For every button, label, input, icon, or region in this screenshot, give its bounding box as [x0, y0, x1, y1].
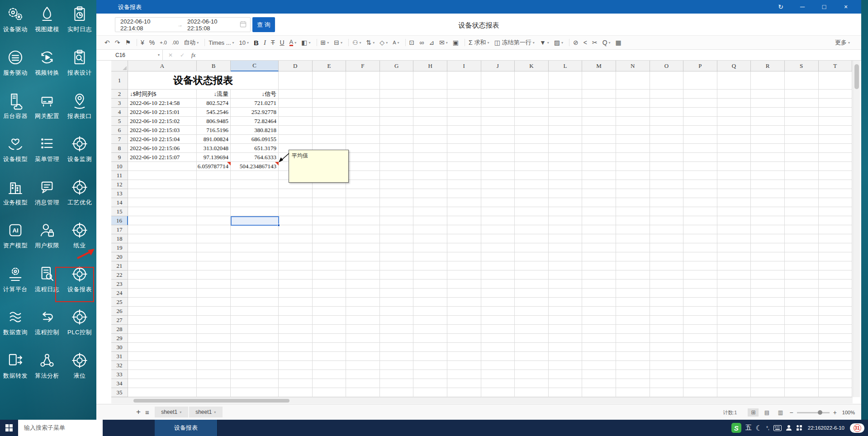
sidebar-item-26[interactable]: 算法分析 [30, 351, 64, 380]
cell-B4[interactable]: 545.2546 [197, 108, 231, 117]
cell-P30[interactable] [683, 343, 717, 352]
cell-M33[interactable] [582, 370, 616, 379]
cell-H19[interactable] [413, 243, 447, 252]
cell-F13[interactable] [346, 189, 380, 198]
sidebar-item-6[interactable]: 报表设计 [63, 48, 96, 77]
cell-L22[interactable] [549, 270, 583, 280]
cell-A13[interactable] [128, 189, 197, 198]
cell-O12[interactable] [650, 180, 684, 189]
cell-B28[interactable] [197, 325, 231, 334]
cell-S2[interactable] [785, 90, 819, 99]
clock[interactable]: 22:16 2022-6-10 [808, 425, 844, 431]
cell-I3[interactable] [447, 99, 481, 108]
cell-M30[interactable] [582, 343, 616, 352]
cell-A33[interactable] [128, 370, 197, 379]
cell-E29[interactable] [313, 334, 346, 343]
cell-Q30[interactable] [717, 343, 751, 352]
cell-S15[interactable] [785, 207, 819, 216]
cell-P33[interactable] [683, 370, 717, 379]
cell-R8[interactable] [751, 144, 785, 153]
cell-D31[interactable] [279, 352, 313, 361]
cell-Q27[interactable] [717, 316, 751, 325]
cell-O33[interactable] [650, 370, 684, 379]
cell-Q4[interactable] [717, 108, 751, 117]
cell-B7[interactable]: 891.00824 [197, 135, 231, 144]
cell-T13[interactable] [819, 189, 853, 198]
cell-A18[interactable] [128, 234, 197, 243]
cell-L23[interactable] [549, 280, 583, 289]
cell-M29[interactable] [582, 334, 616, 343]
cell-N9[interactable] [616, 153, 650, 162]
cell-H29[interactable] [413, 334, 447, 343]
cell-H33[interactable] [413, 370, 447, 379]
cell-K8[interactable] [515, 144, 549, 153]
cell-M26[interactable] [582, 307, 616, 316]
view-page-icon[interactable]: ▤ [761, 408, 772, 417]
cell-F11[interactable] [346, 171, 380, 180]
cell-O2[interactable] [650, 90, 684, 99]
cell-D16[interactable] [279, 216, 313, 225]
cell-Q13[interactable] [717, 189, 751, 198]
cell-L24[interactable] [549, 289, 583, 298]
cell-B30[interactable] [197, 343, 231, 352]
cell-T18[interactable] [819, 234, 853, 243]
cell-A25[interactable] [128, 298, 197, 307]
cell-L9[interactable] [549, 153, 583, 162]
cell-O22[interactable] [650, 270, 684, 280]
cell-S24[interactable] [785, 289, 819, 298]
row-header-29[interactable]: 29 [111, 334, 128, 343]
row-header-33[interactable]: 33 [111, 370, 128, 379]
vertical-scroll-thumb[interactable] [854, 64, 859, 89]
cell-G31[interactable] [380, 352, 414, 361]
cell-J19[interactable] [481, 243, 515, 252]
cell-H11[interactable] [413, 171, 447, 180]
formula-confirm-icon[interactable]: ✓ [180, 52, 185, 58]
end-datetime[interactable]: 2022-06-10 22:15:08 [187, 18, 240, 32]
cell-C12[interactable] [231, 180, 279, 189]
cell-E4[interactable] [313, 108, 346, 117]
select-all-corner[interactable] [111, 61, 128, 71]
cell-F20[interactable] [346, 252, 380, 261]
insert-link-icon[interactable]: ∞ [419, 39, 424, 46]
cell-N6[interactable] [616, 126, 650, 135]
cell-D34[interactable] [279, 379, 313, 388]
cell-F34[interactable] [346, 379, 380, 388]
column-header-R[interactable]: R [751, 61, 785, 71]
cell-B31[interactable] [197, 352, 231, 361]
cell-B16[interactable] [197, 216, 231, 225]
cell-R35[interactable] [751, 388, 785, 397]
formula-cancel-icon[interactable]: ✕ [168, 52, 173, 58]
sidebar-item-11[interactable]: 菜单管理 [30, 134, 64, 163]
cell-K10[interactable] [515, 162, 549, 171]
cell-G10[interactable] [380, 162, 414, 171]
cell-P17[interactable] [683, 225, 717, 234]
cell-C4[interactable]: 252.92778 [231, 108, 279, 117]
cell-K11[interactable] [515, 171, 549, 180]
font-size-select[interactable]: 10▾ [239, 39, 249, 46]
cell-M21[interactable] [582, 261, 616, 270]
sidebar-item-5[interactable]: 视频转换 [30, 48, 64, 77]
cell-F26[interactable] [346, 307, 380, 316]
cell-A4[interactable]: 2022-06-10 22:15:01 [128, 108, 197, 117]
cell-D21[interactable] [279, 261, 313, 270]
cell-I19[interactable] [447, 243, 481, 252]
cell-M8[interactable] [582, 144, 616, 153]
cell-I35[interactable] [447, 388, 481, 397]
view-normal-icon[interactable]: ⊞ [748, 408, 759, 417]
cell-H15[interactable] [413, 207, 447, 216]
cell-K28[interactable] [515, 325, 549, 334]
cell-C32[interactable] [231, 361, 279, 370]
cell-E31[interactable] [313, 352, 346, 361]
cell-N13[interactable] [616, 189, 650, 198]
row-header-3[interactable]: 3 [111, 99, 128, 108]
cell-I17[interactable] [447, 225, 481, 234]
row-header-4[interactable]: 4 [111, 108, 128, 117]
cell-B24[interactable] [197, 289, 231, 298]
row-header-32[interactable]: 32 [111, 361, 128, 370]
cell-G18[interactable] [380, 234, 414, 243]
sidebar-item-23[interactable]: 流程控制 [30, 308, 64, 336]
cell-D33[interactable] [279, 370, 313, 379]
cell-T17[interactable] [819, 225, 853, 234]
cell-B34[interactable] [197, 379, 231, 388]
notification-badge[interactable]: 31 [850, 423, 864, 433]
